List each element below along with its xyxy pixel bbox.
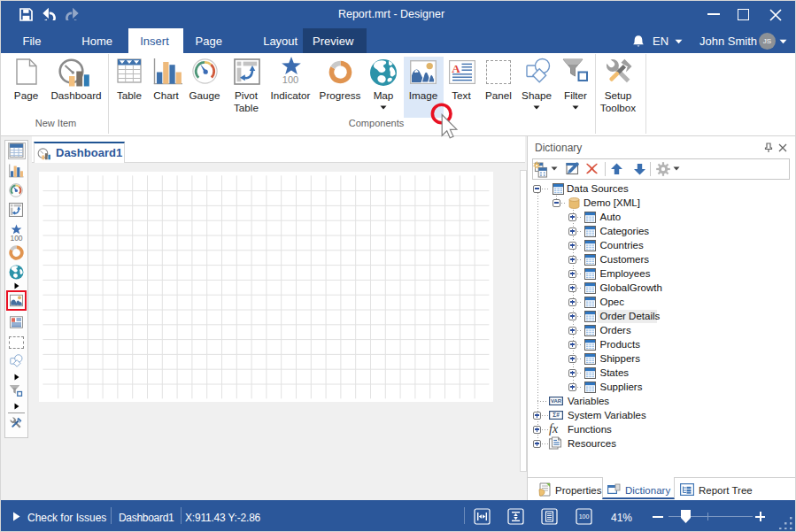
svg-text:VAR: VAR xyxy=(551,398,562,404)
svg-text:Σ#: Σ# xyxy=(553,412,560,418)
svg-text:100: 100 xyxy=(579,513,590,520)
svg-text:A: A xyxy=(452,62,460,75)
